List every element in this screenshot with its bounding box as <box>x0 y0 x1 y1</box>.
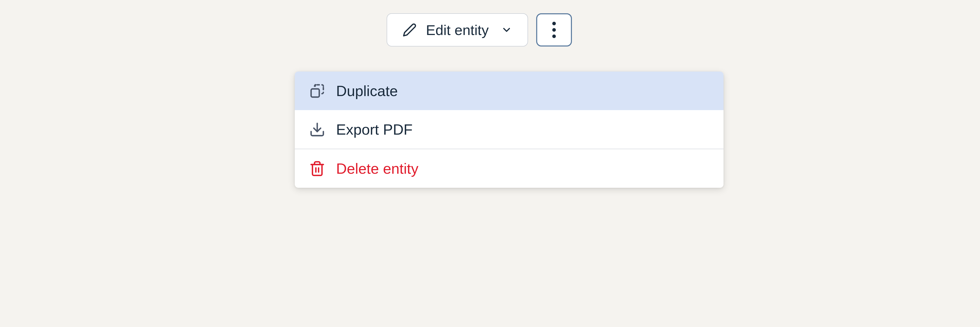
menu-item-duplicate[interactable]: Duplicate <box>295 72 724 110</box>
edit-entity-label: Edit entity <box>426 22 489 38</box>
edit-entity-button[interactable]: Edit entity <box>387 13 528 46</box>
svg-point-1 <box>552 28 556 32</box>
chevron-down-icon <box>501 24 512 35</box>
toolbar: Edit entity <box>387 13 724 46</box>
svg-rect-3 <box>311 89 319 97</box>
pencil-icon <box>402 23 417 37</box>
menu-item-label: Delete entity <box>336 160 418 177</box>
more-vertical-icon <box>552 21 556 39</box>
menu-item-label: Export PDF <box>336 121 413 138</box>
menu-item-export-pdf[interactable]: Export PDF <box>295 110 724 149</box>
actions-dropdown: Duplicate Export PDF <box>295 72 724 188</box>
menu-item-delete[interactable]: Delete entity <box>295 149 724 188</box>
duplicate-icon <box>309 83 325 99</box>
svg-point-0 <box>552 22 556 25</box>
menu-item-label: Duplicate <box>336 82 398 99</box>
download-icon <box>309 121 325 138</box>
more-actions-button[interactable] <box>536 13 572 46</box>
trash-icon <box>309 160 325 177</box>
svg-point-2 <box>552 35 556 38</box>
